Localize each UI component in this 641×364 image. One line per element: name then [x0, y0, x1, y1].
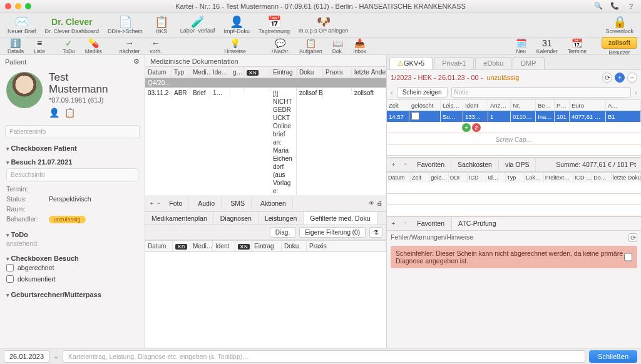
chevron-right-icon[interactable]: › [635, 89, 637, 96]
leistung-row-selected[interactable]: 14:57 Su… 133… 1 0110… Ina… 101 4077,61 … [387, 111, 641, 122]
gefilterte-tab[interactable]: Gefilterte med. Doku [304, 212, 377, 225]
clipboard-icon[interactable]: 📋 [64, 108, 75, 118]
marker-plus-icon[interactable]: + [462, 123, 471, 132]
summe-label: Summe: 4077,61 € / 101 Pt [551, 158, 641, 171]
notiz-input[interactable]: Notiz [451, 87, 632, 98]
row-checkbox[interactable] [411, 112, 419, 120]
print-icon[interactable]: 🖨 [377, 200, 382, 206]
foto-tab[interactable]: Foto [163, 197, 189, 210]
drclever-logo[interactable]: Dr. CleverDr. Clever Dashboard [41, 14, 103, 36]
vorh-button[interactable]: ←vorh. [146, 38, 165, 54]
eigene-filterung-button[interactable]: Eigene Filterung (0) [299, 227, 366, 238]
phone-icon[interactable]: 📞 [610, 1, 620, 11]
sms-tab[interactable]: SMS [224, 197, 252, 210]
dokumentation-panel: Medizinische Dokumentation Datum Typ Med… [145, 55, 387, 348]
liste-button[interactable]: ≡Liste [30, 38, 49, 54]
kalender-button[interactable]: 31Kalender [533, 38, 562, 54]
refresh-icon[interactable]: ⟳ [628, 233, 637, 242]
schliessen-button[interactable]: Schließen [589, 350, 637, 363]
gear-icon[interactable]: ⚙ [133, 58, 140, 66]
chevron-left-icon[interactable]: ‹ [391, 89, 393, 96]
karteieintrag-input[interactable]: Karteieintrag, Leistung, Diagnose etc. e… [63, 350, 585, 363]
tab-dmp[interactable]: DMP [513, 57, 544, 69]
window-controls [5, 3, 31, 9]
search-icon[interactable]: 🔍 [593, 1, 603, 11]
via-ops-tab[interactable]: via OPS [499, 158, 536, 171]
eye-icon[interactable]: 👁 [369, 200, 374, 206]
minus-icon[interactable]: − [157, 200, 160, 206]
diagnosen-tab[interactable]: Diagnosen [214, 212, 259, 225]
patient-avatar [6, 72, 43, 108]
filter-icon[interactable]: ⚗ [369, 227, 382, 238]
doku-header: Medizinische Dokumentation [145, 55, 386, 66]
geburtsrechner-header[interactable]: Geburtsrechner/Mutterpass [6, 291, 138, 298]
aufgaben-button[interactable]: 📋Aufgaben [295, 38, 326, 54]
help-icon[interactable]: ? [626, 1, 636, 11]
tab-gkv[interactable]: ⚠GKV•5 [389, 57, 433, 69]
plus-icon[interactable]: ＋ [387, 158, 400, 171]
schein-zeigen-button[interactable]: Schein zeigen [397, 87, 448, 98]
sachkosten-tab[interactable]: Sachkosten [451, 158, 499, 171]
neuer-brief-button[interactable]: ✉️Neuer Brief [4, 14, 40, 36]
leistungen-tab[interactable]: Leistungen [259, 212, 304, 225]
schein-status: unzulässig [486, 74, 519, 81]
naechster-button[interactable]: →nächster [116, 38, 144, 54]
chevron-down-icon[interactable]: ⌄ [53, 352, 59, 360]
plus-icon[interactable]: ＋ [387, 217, 400, 230]
doku-row[interactable]: 03.11.2 ABR Brief 1… [!] NICHT GEDR UCKT… [145, 88, 386, 195]
minus-icon[interactable]: − [400, 217, 411, 230]
nachr-button[interactable]: 💬+Nachr. [267, 38, 294, 54]
mops-button[interactable]: 🐶m.o.p.s OP anlegen [295, 14, 352, 35]
dok-button[interactable]: 📖Dok. [329, 38, 347, 54]
person-add-icon[interactable]: 👤 [49, 108, 59, 118]
tab-edoku[interactable]: eDoku [475, 57, 511, 69]
gear-icon[interactable]: ⚙ [378, 69, 384, 76]
aktionen-tab[interactable]: Aktionen [254, 197, 293, 210]
plus-icon[interactable]: ＋ [149, 200, 155, 208]
minus-icon[interactable]: − [400, 158, 411, 171]
zollsoft-badge[interactable]: zollsoft [602, 37, 637, 49]
favoriten-tab[interactable]: Favoriten [411, 158, 451, 171]
inbox-button[interactable]: 📥Inbox [349, 38, 370, 54]
tab-privat[interactable]: Privat•1 [434, 57, 474, 69]
marker-2-badge[interactable]: 2 [472, 123, 481, 132]
hinweise-button[interactable]: 💡Hinweise [220, 38, 250, 54]
impfdoku-button[interactable]: 👤Impf-Doku [220, 14, 254, 36]
todo-button[interactable]: ✓ToDo [59, 38, 79, 54]
minimize-window[interactable] [15, 3, 21, 9]
remove-icon[interactable]: − [627, 73, 637, 83]
ddis-schein-button[interactable]: 📄DDIs->Schein [104, 14, 146, 36]
hks-button[interactable]: 📋HKS [148, 14, 175, 36]
date-field[interactable]: 26.01.2023 [4, 350, 49, 363]
error-checkbox[interactable] [624, 250, 632, 265]
checkboxen-besuch-header[interactable]: Checkboxen Besuch [6, 255, 138, 262]
add-icon[interactable]: + [615, 73, 625, 83]
status-value: Perspektivisch [49, 195, 91, 203]
mediks-button[interactable]: 💊Mediks [81, 38, 106, 54]
cb-dokumentiert[interactable]: dokumentiert [6, 273, 138, 285]
maximize-window[interactable] [25, 3, 31, 9]
labor-button[interactable]: 🧪Labor- verlauf [177, 14, 219, 35]
doku-detail-header: Datum Zeit gelö… DDI ICD Id… Typ Lok… Fr… [387, 173, 641, 183]
screenlock-button[interactable]: 🔒Screenlock [602, 14, 637, 36]
audio-tab[interactable]: Audio [192, 197, 222, 210]
neu-button[interactable]: 🗓️Neu [512, 38, 530, 54]
patienteninfo-input[interactable]: Patienteninfo [5, 125, 140, 138]
besuch-header[interactable]: Besuch 21.07.2021 [6, 158, 138, 166]
close-window[interactable] [5, 3, 11, 9]
checkboxen-patient-header[interactable]: Checkboxen Patient [6, 144, 138, 152]
refresh-icon[interactable]: ⟳ [602, 73, 612, 83]
medplan-tab[interactable]: Medikamentenplan [145, 212, 214, 225]
todo-header[interactable]: ToDo [6, 231, 138, 238]
cb-abgerechnet[interactable]: abgerechnet [6, 262, 138, 273]
doku-row-selected[interactable]: Q4/20… [145, 78, 386, 88]
tagtrennung-button[interactable]: 📅Tagtrennung [255, 14, 294, 36]
diag-button[interactable]: Diag. [270, 227, 295, 238]
favoriten2-tab[interactable]: Favoriten [411, 217, 451, 230]
termine-button[interactable]: 📆Termine [564, 38, 590, 54]
atc-pruefung-button[interactable]: ATC-Prüfung [451, 217, 641, 230]
leistungen-header: Zeit gelöscht Leist… Ident Anzahl Nr. Be… [387, 100, 641, 111]
besuchsinfo-input[interactable]: Besuchsinfo [6, 168, 138, 181]
details-button[interactable]: ℹ️Details [4, 38, 28, 54]
bottom-bar: 26.01.2023 ⌄ Karteieintrag, Leistung, Di… [0, 348, 641, 364]
